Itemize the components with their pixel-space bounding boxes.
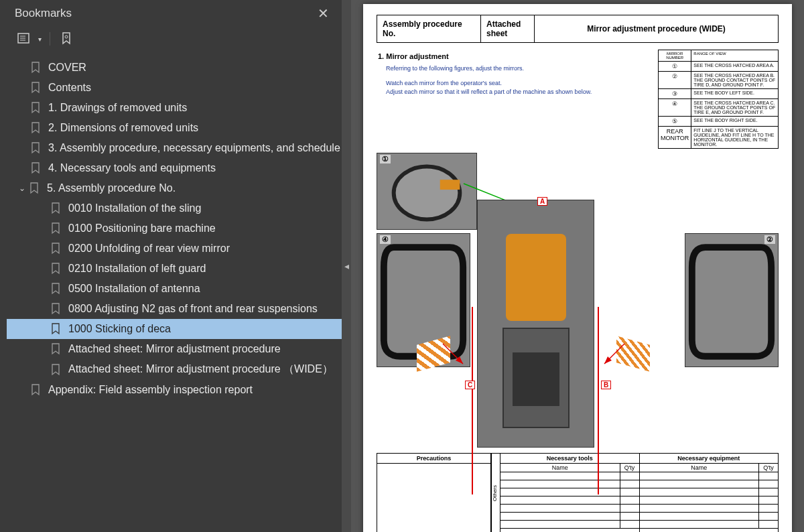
bookmark-item[interactable]: COVER: [7, 58, 342, 78]
bookmark-label: 0800 Adjusting N2 gas of front and rear …: [68, 303, 318, 315]
equip-header: Necessary equipment: [640, 454, 779, 464]
dropdown-caret-icon[interactable]: ▾: [38, 36, 42, 43]
bookmark-ribbon-icon: [29, 81, 42, 94]
svg-point-5: [394, 167, 460, 220]
bookmark-item[interactable]: 1. Drawings of removed units: [7, 98, 342, 118]
figure-1-tag: ①: [380, 155, 391, 163]
marker-a: A: [537, 197, 547, 206]
bookmark-ribbon-icon: [29, 383, 42, 397]
figure-2: ②: [685, 233, 779, 367]
bookmark-label: Attached sheet: Mirror adjustment proced…: [68, 362, 333, 377]
figure-center-topview: [477, 200, 594, 448]
marker-c: C: [465, 381, 475, 389]
bookmark-ribbon-icon: [50, 262, 62, 275]
bookmark-ribbon-icon: [29, 141, 42, 155]
bookmark-ribbon-icon: [29, 161, 42, 175]
bookmark-item[interactable]: Contents: [7, 78, 342, 98]
bookmark-label: 1. Drawings of removed units: [48, 102, 187, 114]
svg-rect-6: [440, 180, 460, 190]
bookmark-ribbon-icon: [50, 282, 62, 295]
bookmark-label: COVER: [48, 62, 86, 74]
bookmark-item[interactable]: 1000 Sticking of deca: [7, 319, 342, 339]
tools-header: Necessary tools: [500, 454, 639, 464]
bookmark-label: 0200 Unfolding of rear view mirror: [68, 243, 230, 255]
arrow-red-left: [440, 340, 466, 367]
svg-point-4: [65, 36, 68, 38]
bookmark-item[interactable]: ⌄5. Assembly procedure No.: [7, 178, 342, 198]
bookmark-item[interactable]: Attached sheet: Mirror adjustment proced…: [7, 339, 342, 359]
bookmark-ribbon-icon: [50, 322, 62, 336]
bookmark-label: 0010 Installation of the sling: [68, 202, 201, 214]
bookmark-label: Attached sheet: Mirror adjustment proced…: [68, 343, 281, 355]
bookmark-item[interactable]: 0210 Installation of left guard: [7, 259, 342, 279]
chevron-down-icon[interactable]: ⌄: [16, 184, 28, 193]
bookmark-item[interactable]: Attached sheet: Mirror adjustment proced…: [7, 359, 342, 380]
bookmarks-header: Bookmarks ✕: [0, 0, 342, 27]
bookmarks-panel: Bookmarks ✕ ▾ COVERContents1. Drawings o…: [0, 0, 342, 532]
bookmark-item[interactable]: 3. Assembly procedure, necessary equipme…: [7, 138, 342, 158]
precautions-header: Precautions: [377, 454, 490, 464]
bookmark-label: 5. Assembly procedure No.: [47, 182, 176, 194]
marker-b: B: [601, 381, 611, 389]
doc-header-row: Assembly procedure No. Attached sheet Mi…: [377, 15, 779, 43]
bookmark-item[interactable]: 2. Dimensions of removed units: [7, 118, 342, 138]
bookmark-item[interactable]: 0100 Positioning bare machine: [7, 218, 342, 239]
bookmark-ribbon-icon: [50, 342, 62, 356]
document-page: Assembly procedure No. Attached sheet Mi…: [363, 4, 792, 532]
figure-2-tag: ②: [764, 235, 775, 244]
figure-4-tag: ④: [380, 235, 391, 244]
bookmark-item[interactable]: 0800 Adjusting N2 gas of front and rear …: [7, 299, 342, 319]
bookmark-label: 0100 Positioning bare machine: [68, 222, 216, 235]
bookmark-ribbon-icon: [50, 242, 62, 255]
bookmark-ribbon-icon: [29, 61, 42, 74]
equip-rows: [640, 472, 779, 529]
bookmark-label: Contents: [48, 82, 91, 94]
redline-right: [598, 307, 599, 494]
bookmark-ribbon-icon: [50, 302, 62, 316]
bookmark-label: 3. Assembly procedure, necessary equipme…: [48, 142, 340, 154]
equip-name-header: Name: [640, 464, 760, 472]
redline-left: [472, 307, 473, 494]
bookmark-ribbon-icon: [28, 182, 40, 195]
sidebar-resize-handle[interactable]: ◂: [342, 0, 351, 532]
bookmark-ribbon-icon[interactable]: [58, 31, 74, 47]
bookmark-label: 4. Necessary tools and equipments: [48, 162, 216, 174]
section-text-3: Adjust each mirror so that it will refle…: [386, 88, 653, 97]
doc-header-proc-no: Assembly procedure No.: [377, 15, 481, 42]
figure-1: ①: [377, 153, 477, 230]
tools-name-header: Name: [500, 464, 620, 472]
bookmark-item[interactable]: Appendix: Field assembly inspection repo…: [7, 380, 342, 400]
section-text-2: Watch each mirror from the operator's se…: [386, 79, 653, 88]
bookmark-tree[interactable]: COVERContents1. Drawings of removed unit…: [0, 55, 342, 532]
bookmark-ribbon-icon: [50, 202, 62, 215]
others-label: Others: [491, 454, 500, 532]
bookmark-item[interactable]: 4. Necessary tools and equipments: [7, 158, 342, 178]
tools-rows: [500, 472, 639, 529]
document-viewport[interactable]: Assembly procedure No. Attached sheet Mi…: [351, 0, 804, 532]
bookmark-item[interactable]: 0200 Unfolding of rear view mirror: [7, 239, 342, 259]
doc-header-attached: Attached sheet: [481, 15, 535, 42]
bookmark-item[interactable]: 0010 Installation of the sling: [7, 198, 342, 218]
bookmark-label: 2. Dimensions of removed units: [48, 122, 198, 134]
bookmark-label: 1000 Sticking of deca: [68, 323, 171, 335]
toolbar-divider: [50, 32, 50, 46]
arrow-red-right: [601, 340, 628, 367]
bookmark-ribbon-icon: [50, 363, 62, 377]
collapse-left-icon[interactable]: ◂: [344, 261, 349, 271]
bookmark-label: 0500 Installation of antenna: [68, 283, 200, 295]
close-icon[interactable]: ✕: [316, 5, 330, 21]
tools-qty-header: Q'ty: [620, 464, 639, 472]
bottom-tables: Precautions Others Necessary tools Name …: [377, 453, 779, 532]
doc-header-title: Mirror adjustment procedure (WIDE): [535, 15, 778, 42]
equip-qty-header: Q'ty: [759, 464, 778, 472]
bookmarks-toolbar: ▾: [0, 27, 342, 55]
bookmark-ribbon-icon: [50, 222, 62, 235]
section-title: 1. Mirror adjustment: [378, 52, 653, 60]
bookmark-item[interactable]: 0500 Installation of antenna: [7, 279, 342, 299]
options-icon[interactable]: [17, 31, 33, 47]
bookmark-ribbon-icon: [29, 101, 42, 115]
bookmarks-title: Bookmarks: [15, 7, 72, 20]
mirror-range-table: MIRROR NUMBERRANGE OF VIEW①SEE THE CROSS…: [658, 50, 779, 149]
figure-area: ① ④ ② A B C: [377, 153, 779, 448]
bookmark-label: 0210 Installation of left guard: [68, 263, 206, 275]
